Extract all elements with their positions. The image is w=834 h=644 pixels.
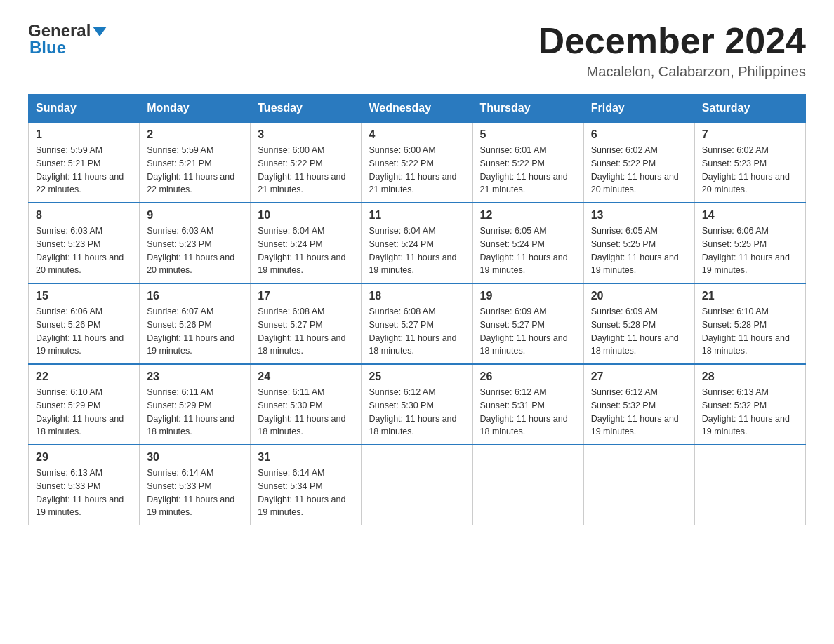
day-number: 21 [702,290,798,302]
logo: General Blue [28,21,107,58]
day-number: 4 [369,128,465,141]
calendar-day-cell: 14Sunrise: 6:06 AMSunset: 5:25 PMDayligh… [694,203,805,283]
day-info: Sunrise: 6:06 AMSunset: 5:26 PMDaylight:… [36,305,132,358]
calendar-day-cell: 18Sunrise: 6:08 AMSunset: 5:27 PMDayligh… [362,283,472,364]
day-info: Sunrise: 6:12 AMSunset: 5:32 PMDaylight:… [591,386,687,438]
column-header-thursday: Thursday [472,95,583,123]
day-info: Sunrise: 6:14 AMSunset: 5:33 PMDaylight:… [147,467,243,519]
day-info: Sunrise: 6:04 AMSunset: 5:24 PMDaylight:… [258,224,354,277]
calendar-day-cell: 23Sunrise: 6:11 AMSunset: 5:29 PMDayligh… [140,364,251,445]
calendar-week-row: 15Sunrise: 6:06 AMSunset: 5:26 PMDayligh… [29,283,806,364]
calendar-day-cell: 13Sunrise: 6:05 AMSunset: 5:25 PMDayligh… [583,203,694,283]
column-header-saturday: Saturday [694,95,805,123]
day-info: Sunrise: 6:11 AMSunset: 5:29 PMDaylight:… [147,386,243,438]
calendar-day-cell: 6Sunrise: 6:02 AMSunset: 5:22 PMDaylight… [583,122,694,203]
month-title: December 2024 [538,21,806,61]
day-number: 10 [258,209,354,222]
day-info: Sunrise: 6:01 AMSunset: 5:22 PMDaylight:… [480,144,576,196]
day-info: Sunrise: 6:10 AMSunset: 5:28 PMDaylight:… [702,305,798,358]
day-info: Sunrise: 6:06 AMSunset: 5:25 PMDaylight:… [702,224,798,277]
day-number: 18 [369,290,465,302]
calendar-day-cell: 5Sunrise: 6:01 AMSunset: 5:22 PMDaylight… [472,122,583,203]
calendar-day-cell: 20Sunrise: 6:09 AMSunset: 5:28 PMDayligh… [583,283,694,364]
day-info: Sunrise: 6:09 AMSunset: 5:27 PMDaylight:… [480,305,576,358]
day-number: 17 [258,290,354,302]
column-header-friday: Friday [583,95,694,123]
calendar-day-cell: 30Sunrise: 6:14 AMSunset: 5:33 PMDayligh… [140,445,251,525]
day-number: 9 [147,209,243,222]
day-number: 25 [369,370,465,383]
day-number: 28 [702,370,798,383]
calendar-day-cell: 9Sunrise: 6:03 AMSunset: 5:23 PMDaylight… [140,203,251,283]
day-info: Sunrise: 6:00 AMSunset: 5:22 PMDaylight:… [369,144,465,196]
calendar-day-cell: 27Sunrise: 6:12 AMSunset: 5:32 PMDayligh… [583,364,694,445]
day-info: Sunrise: 6:10 AMSunset: 5:29 PMDaylight:… [36,386,132,438]
day-number: 12 [480,209,576,222]
day-info: Sunrise: 6:12 AMSunset: 5:31 PMDaylight:… [480,386,576,438]
day-number: 3 [258,128,354,141]
calendar-day-cell: 15Sunrise: 6:06 AMSunset: 5:26 PMDayligh… [29,283,140,364]
column-header-tuesday: Tuesday [251,95,362,123]
calendar-day-cell [694,445,805,525]
day-number: 30 [147,451,243,464]
calendar-table: SundayMondayTuesdayWednesdayThursdayFrid… [28,94,806,525]
calendar-day-cell: 25Sunrise: 6:12 AMSunset: 5:30 PMDayligh… [362,364,472,445]
calendar-day-cell: 21Sunrise: 6:10 AMSunset: 5:28 PMDayligh… [694,283,805,364]
calendar-week-row: 1Sunrise: 5:59 AMSunset: 5:21 PMDaylight… [29,122,806,203]
day-number: 2 [147,128,243,141]
calendar-day-cell: 8Sunrise: 6:03 AMSunset: 5:23 PMDaylight… [29,203,140,283]
calendar-week-row: 29Sunrise: 6:13 AMSunset: 5:33 PMDayligh… [29,445,806,525]
day-info: Sunrise: 6:07 AMSunset: 5:26 PMDaylight:… [147,305,243,358]
calendar-day-cell: 2Sunrise: 5:59 AMSunset: 5:21 PMDaylight… [140,122,251,203]
calendar-day-cell [362,445,472,525]
day-number: 15 [36,290,132,302]
day-number: 31 [258,451,354,464]
logo-blue-text: Blue [29,38,66,58]
calendar-week-row: 8Sunrise: 6:03 AMSunset: 5:23 PMDaylight… [29,203,806,283]
day-number: 24 [258,370,354,383]
location-text: Macalelon, Calabarzon, Philippines [538,64,806,80]
day-info: Sunrise: 6:03 AMSunset: 5:23 PMDaylight:… [147,224,243,277]
title-block: December 2024 Macalelon, Calabarzon, Phi… [538,21,806,80]
day-number: 11 [369,209,465,222]
day-number: 23 [147,370,243,383]
calendar-day-cell: 11Sunrise: 6:04 AMSunset: 5:24 PMDayligh… [362,203,472,283]
logo-triangle-icon [93,27,107,36]
day-info: Sunrise: 5:59 AMSunset: 5:21 PMDaylight:… [147,144,243,196]
day-info: Sunrise: 6:13 AMSunset: 5:32 PMDaylight:… [702,386,798,438]
day-info: Sunrise: 6:13 AMSunset: 5:33 PMDaylight:… [36,467,132,519]
calendar-day-cell: 24Sunrise: 6:11 AMSunset: 5:30 PMDayligh… [251,364,362,445]
calendar-day-cell: 4Sunrise: 6:00 AMSunset: 5:22 PMDaylight… [362,122,472,203]
day-info: Sunrise: 6:05 AMSunset: 5:25 PMDaylight:… [591,224,687,277]
calendar-header-row: SundayMondayTuesdayWednesdayThursdayFrid… [29,95,806,123]
day-number: 29 [36,451,132,464]
calendar-day-cell: 28Sunrise: 6:13 AMSunset: 5:32 PMDayligh… [694,364,805,445]
day-info: Sunrise: 6:12 AMSunset: 5:30 PMDaylight:… [369,386,465,438]
day-info: Sunrise: 6:00 AMSunset: 5:22 PMDaylight:… [258,144,354,196]
page-header: General Blue December 2024 Macalelon, Ca… [28,21,806,80]
calendar-day-cell: 22Sunrise: 6:10 AMSunset: 5:29 PMDayligh… [29,364,140,445]
calendar-day-cell: 31Sunrise: 6:14 AMSunset: 5:34 PMDayligh… [251,445,362,525]
day-info: Sunrise: 6:02 AMSunset: 5:23 PMDaylight:… [702,144,798,196]
calendar-day-cell: 29Sunrise: 6:13 AMSunset: 5:33 PMDayligh… [29,445,140,525]
day-info: Sunrise: 6:14 AMSunset: 5:34 PMDaylight:… [258,467,354,519]
column-header-sunday: Sunday [29,95,140,123]
column-header-wednesday: Wednesday [362,95,472,123]
day-number: 1 [36,128,132,141]
day-number: 26 [480,370,576,383]
day-number: 14 [702,209,798,222]
column-header-monday: Monday [140,95,251,123]
calendar-day-cell: 17Sunrise: 6:08 AMSunset: 5:27 PMDayligh… [251,283,362,364]
day-info: Sunrise: 5:59 AMSunset: 5:21 PMDaylight:… [36,144,132,196]
calendar-day-cell: 12Sunrise: 6:05 AMSunset: 5:24 PMDayligh… [472,203,583,283]
calendar-day-cell: 19Sunrise: 6:09 AMSunset: 5:27 PMDayligh… [472,283,583,364]
day-number: 27 [591,370,687,383]
calendar-day-cell: 1Sunrise: 5:59 AMSunset: 5:21 PMDaylight… [29,122,140,203]
calendar-day-cell: 26Sunrise: 6:12 AMSunset: 5:31 PMDayligh… [472,364,583,445]
day-info: Sunrise: 6:09 AMSunset: 5:28 PMDaylight:… [591,305,687,358]
calendar-day-cell: 16Sunrise: 6:07 AMSunset: 5:26 PMDayligh… [140,283,251,364]
day-number: 16 [147,290,243,302]
day-number: 20 [591,290,687,302]
calendar-day-cell: 7Sunrise: 6:02 AMSunset: 5:23 PMDaylight… [694,122,805,203]
calendar-week-row: 22Sunrise: 6:10 AMSunset: 5:29 PMDayligh… [29,364,806,445]
